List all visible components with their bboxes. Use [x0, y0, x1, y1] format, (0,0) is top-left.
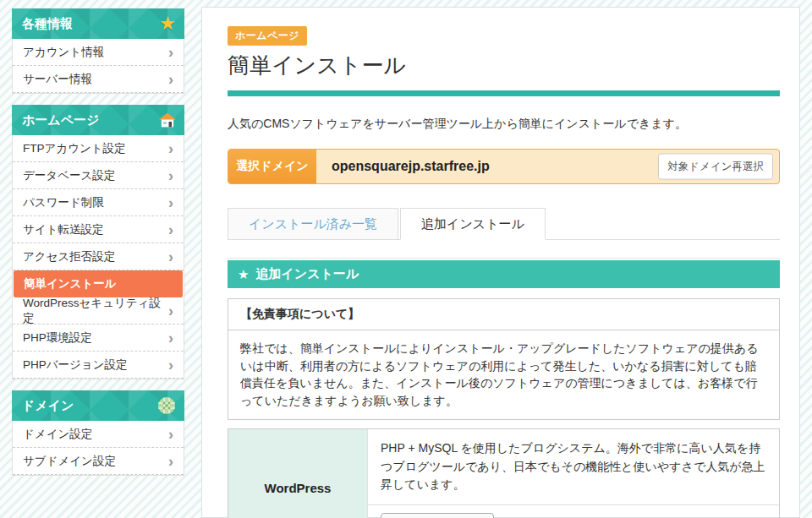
software-row-wordpress: WordPress PHP + MySQL を使用したブログシステム。海外で非常… — [228, 428, 780, 518]
page-description: 人気のCMSソフトウェアをサーバー管理ツール上から簡単にインストールできます。 — [228, 117, 780, 132]
sidebar-item-label: サーバー情報 — [23, 72, 92, 87]
sidebar-item-domain-settings[interactable]: ドメイン設定 › — [13, 421, 184, 448]
tab-panel-divider — [228, 258, 780, 259]
sidebar-section-info: 各種情報 ★ アカウント情報 › サーバー情報 › — [12, 8, 184, 94]
globe-icon — [157, 396, 176, 415]
sidebar-item-easy-install[interactable]: 簡単インストール — [14, 270, 183, 297]
tab-bar: インストール済み一覧 追加インストール — [228, 208, 780, 240]
sidebar-item-account-info[interactable]: アカウント情報 › — [13, 39, 184, 66]
chevron-right-icon: › — [168, 249, 173, 264]
disclaimer-body: 弊社では、簡単インストールによりインストール・アップグレードしたソフトウェアの提… — [228, 330, 779, 419]
software-actions: インストール設定 — [368, 505, 779, 518]
sidebar-item-label: 簡単インストール — [24, 276, 117, 292]
selected-domain-label: 選択ドメイン — [228, 150, 316, 183]
sidebar-item-subdomain-settings[interactable]: サブドメイン設定 › — [13, 448, 184, 475]
main-panel: ホームページ 簡単インストール 人気のCMSソフトウェアをサーバー管理ツール上か… — [201, 7, 800, 518]
sidebar-item-site-forward[interactable]: サイト転送設定 › — [13, 216, 184, 243]
title-divider — [228, 90, 780, 96]
reselect-domain-button[interactable]: 対象ドメイン再選択 — [658, 154, 773, 180]
sidebar-item-label: パスワード制限 — [23, 195, 104, 210]
sidebar-item-wp-security[interactable]: WordPressセキュリティ設定 › — [13, 297, 184, 324]
sidebar-section-domain: ドメイン ド — [12, 390, 184, 476]
sidebar-item-label: アクセス拒否設定 — [23, 249, 115, 264]
sidebar-section-header-domain: ドメイン — [12, 390, 184, 421]
software-name: WordPress — [228, 429, 368, 518]
sidebar-section-homepage: ホームページ FTPアカウント設定 › データベース設定 › パスワード制限 ›… — [12, 105, 184, 379]
sidebar-item-label: データベース設定 — [23, 168, 115, 183]
chevron-right-icon: › — [168, 72, 173, 87]
home-icon — [159, 113, 176, 128]
tab-installed-list[interactable]: インストール済み一覧 — [228, 208, 398, 240]
chevron-right-icon: › — [168, 222, 173, 237]
sidebar-section-title: ドメイン — [22, 398, 74, 414]
sidebar-item-php-version[interactable]: PHPバージョン設定 › — [13, 352, 184, 379]
sidebar-item-label: サイト転送設定 — [23, 222, 103, 237]
sidebar-section-title: ホームページ — [22, 112, 99, 128]
tab-add-install[interactable]: 追加インストール — [400, 208, 546, 240]
sidebar-section-title: 各種情報 — [22, 16, 73, 32]
sidebar-item-label: ドメイン設定 — [23, 427, 92, 442]
sidebar: 各種情報 ★ アカウント情報 › サーバー情報 › ホームページ — [12, 8, 184, 487]
install-settings-button[interactable]: インストール設定 — [381, 513, 494, 518]
sidebar-section-header-homepage: ホームページ — [12, 105, 184, 135]
sidebar-item-server-info[interactable]: サーバー情報 › — [13, 66, 184, 93]
chevron-right-icon: › — [168, 454, 173, 469]
disclaimer-box: 【免責事項について】 弊社では、簡単インストールによりインストール・アップグレー… — [228, 298, 780, 420]
sidebar-section-header-info: 各種情報 ★ — [12, 8, 184, 39]
sidebar-item-database[interactable]: データベース設定 › — [13, 162, 184, 189]
selected-domain-value: opensquarejp.starfree.jp — [332, 159, 490, 174]
chevron-right-icon: › — [168, 357, 173, 373]
category-badge: ホームページ — [228, 26, 307, 46]
section-header-add-install: ★ 追加インストール — [228, 260, 780, 288]
sidebar-item-ftp-account[interactable]: FTPアカウント設定 › — [13, 135, 184, 162]
sidebar-item-php-env[interactable]: PHP環境設定 › — [13, 324, 184, 352]
software-description: PHP + MySQL を使用したブログシステム。海外で非常に高い人気を持つブロ… — [368, 429, 779, 505]
sidebar-item-label: PHP環境設定 — [23, 330, 92, 346]
chevron-right-icon: › — [168, 168, 173, 183]
chevron-right-icon: › — [168, 195, 173, 210]
selected-domain-bar: 選択ドメイン opensquarejp.starfree.jp 対象ドメイン再選… — [228, 149, 780, 184]
software-details: PHP + MySQL を使用したブログシステム。海外で非常に高い人気を持つブロ… — [368, 429, 779, 518]
page-title: 簡単インストール — [228, 51, 780, 80]
chevron-right-icon: › — [168, 141, 173, 156]
star-icon: ★ — [159, 14, 176, 33]
star-icon: ★ — [238, 268, 249, 281]
sidebar-item-label: アカウント情報 — [23, 45, 104, 60]
sidebar-item-label: PHPバージョン設定 — [23, 357, 128, 373]
sidebar-item-label: サブドメイン設定 — [23, 454, 116, 469]
sidebar-item-access-deny[interactable]: アクセス拒否設定 › — [13, 243, 184, 270]
disclaimer-title: 【免責事項について】 — [228, 299, 779, 330]
chevron-right-icon: › — [168, 330, 173, 346]
chevron-right-icon: › — [168, 427, 173, 442]
chevron-right-icon: › — [168, 303, 173, 319]
sidebar-item-label: FTPアカウント設定 — [23, 141, 126, 156]
sidebar-item-label: WordPressセキュリティ設定 — [23, 296, 168, 326]
chevron-right-icon: › — [168, 45, 173, 60]
section-header-label: 追加インストール — [255, 266, 359, 282]
sidebar-item-password-limit[interactable]: パスワード制限 › — [13, 189, 184, 216]
